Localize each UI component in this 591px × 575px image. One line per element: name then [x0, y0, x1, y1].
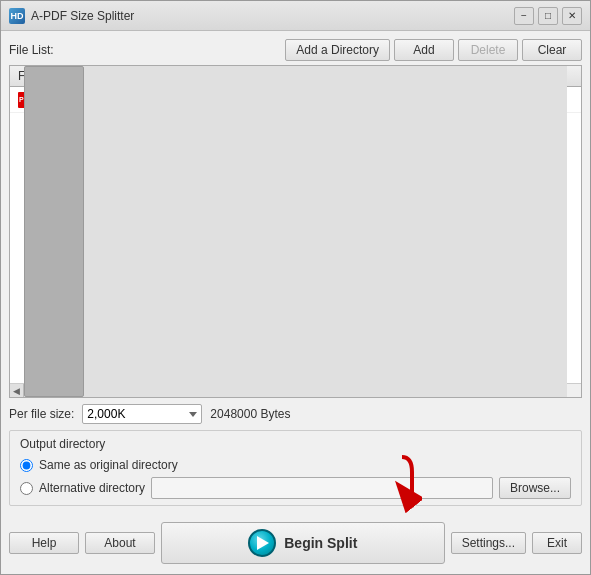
scroll-thumb[interactable]: [24, 66, 84, 397]
file-list-label: File List:: [9, 43, 54, 57]
scroll-left-btn[interactable]: ◀: [10, 384, 24, 397]
title-bar: HD A-PDF Size Splitter − □ ✕: [1, 1, 590, 31]
output-dir-group: Output directory Same as original direct…: [9, 430, 582, 506]
browse-button[interactable]: Browse...: [499, 477, 571, 499]
window-title: A-PDF Size Splitter: [31, 9, 514, 23]
content-area: File List: Add a Directory Add Delete Cl…: [1, 31, 590, 574]
maximize-button[interactable]: □: [538, 7, 558, 25]
settings-button[interactable]: Settings...: [451, 532, 526, 554]
app-icon: HD: [9, 8, 25, 24]
minimize-button[interactable]: −: [514, 7, 534, 25]
bottom-buttons: Help About Begin Split Settings... Exit: [9, 518, 582, 566]
file-list-header: File List: Add a Directory Add Delete Cl…: [9, 39, 582, 61]
scroll-track[interactable]: [24, 66, 567, 397]
alt-dir-input[interactable]: [151, 477, 493, 499]
exit-button[interactable]: Exit: [532, 532, 582, 554]
per-file-dropdown[interactable]: 2,000K 1,000K 500K 100K: [82, 404, 202, 424]
same-dir-row: Same as original directory: [20, 458, 571, 472]
same-dir-radio[interactable]: [20, 459, 33, 472]
alt-dir-radio[interactable]: [20, 482, 33, 495]
file-table: File Name Password Size Modified PDF a-p…: [9, 65, 582, 398]
play-icon: [248, 529, 276, 557]
horizontal-scrollbar[interactable]: ◀ ▶: [10, 383, 581, 397]
output-dir-title: Output directory: [20, 437, 571, 451]
alt-dir-row: Alternative directory Browse...: [20, 477, 571, 499]
per-file-label: Per file size:: [9, 407, 74, 421]
bytes-label: 2048000 Bytes: [210, 407, 290, 421]
main-window: HD A-PDF Size Splitter − □ ✕ File List: …: [0, 0, 591, 575]
window-controls: − □ ✕: [514, 7, 582, 25]
play-triangle: [257, 536, 269, 550]
alt-dir-label: Alternative directory: [39, 481, 145, 495]
begin-split-label: Begin Split: [284, 535, 357, 551]
delete-button[interactable]: Delete: [458, 39, 518, 61]
clear-button[interactable]: Clear: [522, 39, 582, 61]
add-button[interactable]: Add: [394, 39, 454, 61]
begin-split-button[interactable]: Begin Split: [161, 522, 445, 564]
close-button[interactable]: ✕: [562, 7, 582, 25]
add-directory-button[interactable]: Add a Directory: [285, 39, 390, 61]
per-file-row: Per file size: 2,000K 1,000K 500K 100K 2…: [9, 404, 582, 424]
file-list-section: File List: Add a Directory Add Delete Cl…: [9, 39, 582, 398]
about-button[interactable]: About: [85, 532, 155, 554]
help-button[interactable]: Help: [9, 532, 79, 554]
same-dir-label: Same as original directory: [39, 458, 178, 472]
